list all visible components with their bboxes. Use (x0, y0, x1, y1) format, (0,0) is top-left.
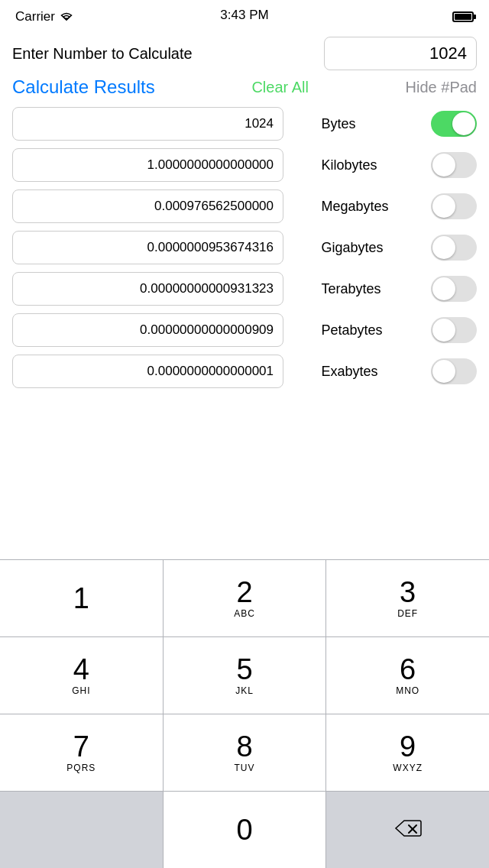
numpad-empty-key (0, 792, 164, 868)
conversion-row: 0.000976562500000Megabytes (12, 189, 477, 223)
conversion-unit-label: Bytes (316, 116, 400, 132)
battery-indicator (452, 11, 474, 22)
key-main-digit: 2 (236, 578, 252, 607)
toggle-knob (432, 236, 455, 259)
action-row: Calculate Results Clear All Hide #Pad (12, 76, 477, 98)
numpad-key[interactable]: 5JKL (164, 637, 327, 714)
conversion-unit-label: Kilobytes (316, 157, 400, 173)
numpad-key[interactable]: 1 (0, 560, 164, 636)
delete-icon (394, 818, 422, 842)
conversion-row: 0.0000000000000001Exabytes (12, 355, 477, 388)
key-main-digit: 1 (73, 584, 89, 613)
conversion-value-box: 1024 (12, 107, 283, 141)
numpad-bottom-row: 0 (0, 792, 489, 868)
key-sub-letters: DEF (397, 608, 418, 619)
toggle-switch[interactable] (431, 235, 477, 261)
numpad-key[interactable]: 8TUV (164, 714, 327, 791)
key-sub-letters: TUV (235, 763, 255, 773)
toggle-knob (432, 319, 455, 342)
conversion-value-box: 0.0000000953674316 (12, 231, 283, 264)
key-main-digit: 8 (236, 732, 252, 761)
input-label: Enter Number to Calculate (12, 45, 193, 63)
conversion-unit-label: Exabytes (316, 364, 400, 380)
key-main-digit: 6 (400, 655, 416, 684)
hide-pad-button[interactable]: Hide #Pad (406, 79, 477, 96)
key-sub-letters: MNO (396, 685, 419, 696)
clear-all-button[interactable]: Clear All (251, 79, 308, 96)
key-sub-letters: JKL (235, 685, 254, 696)
conversion-unit-label: Terabytes (316, 281, 400, 297)
conversion-row: 0.00000000000000909Petabytes (12, 313, 477, 347)
numpad-row: 12ABC3DEF (0, 560, 489, 637)
numpad-key[interactable]: 4GHI (0, 637, 164, 714)
key-main-digit: 4 (73, 655, 89, 684)
numpad: 12ABC3DEF4GHI5JKL6MNO7PQRS8TUV9WXYZ0 (0, 559, 489, 868)
toggle-switch[interactable] (431, 111, 477, 137)
numpad-key[interactable]: 6MNO (326, 637, 489, 714)
number-input[interactable] (324, 37, 477, 70)
numpad-row: 7PQRS8TUV9WXYZ (0, 714, 489, 792)
numpad-key[interactable]: 3DEF (326, 560, 489, 636)
conversion-value-box: 0.00000000000931323 (12, 272, 283, 306)
toggle-switch[interactable] (431, 358, 477, 384)
key-sub-letters: PQRS (66, 763, 96, 773)
conversion-row: 0.00000000000931323Terabytes (12, 272, 477, 306)
conversion-value-box: 0.000976562500000 (12, 189, 283, 223)
wifi-icon (60, 11, 73, 22)
conversion-row: 0.0000000953674316Gigabytes (12, 231, 477, 264)
toggle-knob (452, 112, 475, 135)
numpad-row: 4GHI5JKL6MNO (0, 637, 489, 714)
toggle-knob (432, 154, 455, 177)
toggle-switch[interactable] (431, 317, 477, 343)
numpad-key[interactable]: 9WXYZ (326, 714, 489, 791)
conversion-value-box: 0.00000000000000909 (12, 313, 283, 347)
toggle-switch[interactable] (431, 193, 477, 219)
toggle-knob (432, 360, 455, 383)
key-sub-letters: GHI (72, 685, 90, 696)
key-main-digit: 5 (236, 655, 252, 684)
numpad-key[interactable]: 2ABC (164, 560, 327, 636)
conversions-area: 1024Bytes1.0000000000000000Kilobytes0.00… (0, 104, 489, 399)
key-sub-letters: WXYZ (393, 763, 423, 773)
status-time: 3:43 PM (220, 8, 268, 23)
conversion-unit-label: Petabytes (316, 322, 400, 338)
calculate-button[interactable]: Calculate Results (12, 76, 155, 98)
conversion-value-box: 0.0000000000000001 (12, 355, 283, 388)
key-main-digit: 7 (73, 732, 89, 761)
toggle-switch[interactable] (431, 276, 477, 302)
conversion-unit-label: Megabytes (316, 199, 400, 215)
key-main-digit: 3 (400, 578, 416, 607)
header-area: Enter Number to Calculate Calculate Resu… (0, 34, 489, 104)
numpad-delete-key[interactable] (326, 792, 489, 868)
carrier-label: Carrier (15, 9, 55, 24)
key-main-digit: 0 (236, 815, 252, 844)
key-sub-letters: ABC (234, 608, 255, 619)
conversion-row: 1.0000000000000000Kilobytes (12, 148, 477, 182)
toggle-knob (432, 195, 455, 218)
key-main-digit: 9 (400, 732, 416, 761)
carrier-text: Carrier (15, 9, 73, 24)
numpad-zero-key[interactable]: 0 (164, 792, 327, 868)
conversion-value-box: 1.0000000000000000 (12, 148, 283, 182)
conversion-unit-label: Gigabytes (316, 240, 400, 256)
toggle-knob (432, 277, 455, 300)
input-row: Enter Number to Calculate (12, 37, 477, 70)
status-bar: Carrier 3:43 PM (0, 0, 489, 34)
toggle-switch[interactable] (431, 152, 477, 178)
conversion-row: 1024Bytes (12, 107, 477, 141)
numpad-key[interactable]: 7PQRS (0, 714, 164, 791)
battery-icon (452, 11, 474, 22)
